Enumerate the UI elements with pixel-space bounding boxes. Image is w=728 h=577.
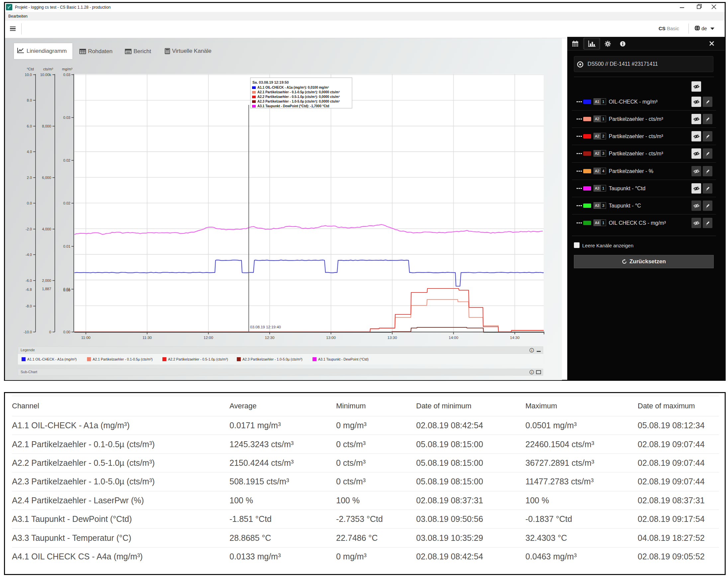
svg-text:Legende: Legende — [21, 348, 35, 352]
svg-text:A2.1 Partikelzaehler - 0.1-0.5: A2.1 Partikelzaehler - 0.1-0.5µ (cts/m³) — [93, 357, 153, 361]
svg-text:13:00: 13:00 — [326, 336, 336, 340]
svg-text:0.01: 0.01 — [63, 244, 71, 248]
svg-text:-10.0: -10.0 — [24, 330, 32, 334]
svg-text:14:30: 14:30 — [510, 336, 520, 340]
svg-text:0: 0 — [49, 330, 51, 334]
svg-text:A1.1 OIL-CHECK - A1a (mg/m³):: A1.1 OIL-CHECK - A1a (mg/m³): 0,0100 mg/… — [257, 86, 329, 89]
svg-text:11:30: 11:30 — [142, 336, 152, 340]
svg-text:12:00: 12:00 — [204, 336, 213, 340]
svg-text:1,887: 1,887 — [42, 287, 51, 291]
svg-text:11:00: 11:00 — [81, 336, 91, 340]
svg-text:A3.1 Taupunkt - DewPoint (°Ctd: A3.1 Taupunkt - DewPoint (°Ctd) — [318, 357, 369, 361]
svg-text:6,000: 6,000 — [42, 176, 51, 180]
svg-text:A1.1 OIL-CHECK - A1a (mg/m³): A1.1 OIL-CHECK - A1a (mg/m³) — [27, 357, 77, 361]
svg-text:A2.3 Partikelzaehler - 1.0-5.0: A2.3 Partikelzaehler - 1.0-5.0µ (cts/m³) — [242, 357, 303, 361]
svg-text:0.00: 0.00 — [63, 288, 71, 292]
svg-text:°Ctd: °Ctd — [27, 67, 34, 71]
svg-text:-6.0: -6.0 — [26, 279, 32, 283]
svg-text:14:00: 14:00 — [449, 336, 458, 340]
svg-text:A2.3 Partikelzaehler - 1.0-5.0: A2.3 Partikelzaehler - 1.0-5.0µ (cts/m³)… — [257, 100, 340, 103]
svg-text:0.00: 0.00 — [63, 330, 71, 334]
svg-text:0.02: 0.02 — [63, 158, 71, 162]
svg-text:8,000: 8,000 — [42, 124, 51, 128]
svg-text:0.0: 0.0 — [27, 201, 32, 205]
svg-text:0.03: 0.03 — [63, 73, 71, 77]
svg-text:4.0: 4.0 — [27, 150, 32, 154]
svg-text:6.0: 6.0 — [27, 124, 32, 128]
svg-text:cts/m³: cts/m³ — [43, 67, 53, 71]
svg-text:0.03: 0.03 — [63, 115, 71, 120]
svg-text:13:30: 13:30 — [388, 336, 397, 340]
svg-text:03.08.19 12:19:40: 03.08.19 12:19:40 — [250, 325, 281, 329]
svg-text:-4.0: -4.0 — [26, 253, 32, 257]
svg-text:0.02: 0.02 — [63, 201, 71, 205]
svg-text:4,000: 4,000 — [42, 227, 51, 231]
svg-text:12:30: 12:30 — [265, 336, 275, 340]
svg-text:2.0: 2.0 — [27, 176, 32, 180]
svg-text:i: i — [531, 371, 532, 374]
svg-text:2,000: 2,000 — [42, 279, 51, 283]
svg-text:A3.1 Taupunkt - DewPoint (°Ctd: A3.1 Taupunkt - DewPoint (°Ctd): -1,7000… — [257, 104, 329, 108]
svg-text:-8.0: -8.0 — [26, 304, 32, 308]
svg-text:mg/m³: mg/m³ — [62, 67, 73, 71]
svg-text:A2.2 Partikelzaehler - 0.5-1.0: A2.2 Partikelzaehler - 0.5-1.0µ (cts/m³)… — [257, 95, 340, 99]
svg-text:A2.2 Partikelzaehler - 0.5-1.0: A2.2 Partikelzaehler - 0.5-1.0µ (cts/m³) — [168, 357, 228, 361]
svg-text:i: i — [531, 349, 532, 352]
svg-text:10.0: 10.0 — [25, 73, 32, 77]
svg-text:-6.8: -6.8 — [26, 288, 32, 291]
svg-text:A2.1 Partikelzaehler - 0.1-0.5: A2.1 Partikelzaehler - 0.1-0.5µ (cts/m³)… — [257, 90, 340, 94]
svg-text:8.0: 8.0 — [27, 98, 32, 102]
svg-text:Sa. 03.08.19 12:19:50: Sa. 03.08.19 12:19:50 — [253, 80, 289, 84]
svg-text:-2.0: -2.0 — [26, 227, 32, 231]
svg-text:Sub-Chart: Sub-Chart — [21, 370, 37, 374]
svg-text:10.00k: 10.00k — [40, 73, 51, 77]
